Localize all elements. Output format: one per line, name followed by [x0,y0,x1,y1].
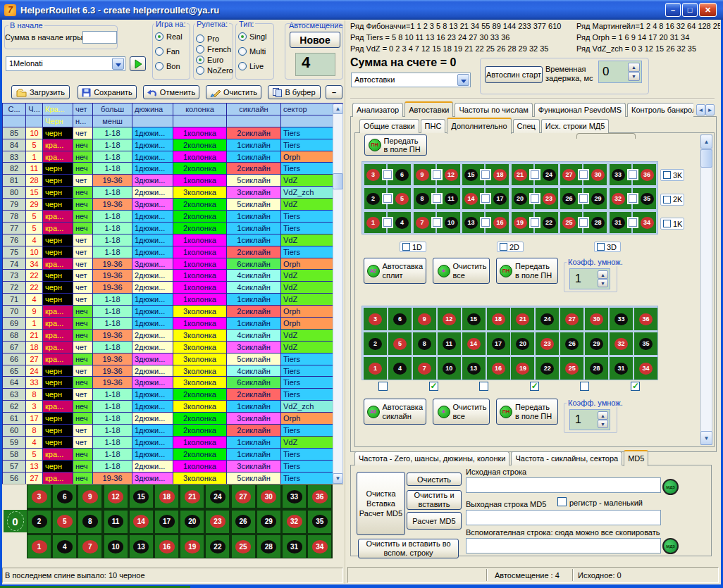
radio-icon[interactable] [196,66,204,75]
sixline-cell-31[interactable]: 31 [610,357,633,380]
felt-cell-30[interactable]: 30 [257,485,280,508]
felt-cell-28[interactable]: 28 [257,535,280,558]
scroll-down-button[interactable]: ▼ [700,431,712,445]
sixline-cell-6[interactable]: 6 [388,308,412,330]
k-checkbox-box-1K[interactable]: 1K [660,218,684,230]
felt-cell-9[interactable]: 9 [78,485,101,508]
felt-cell-0[interactable]: 0 [4,510,27,532]
split-checkbox-2-5[interactable] [382,193,393,204]
sixline-cell-26[interactable]: 26 [560,332,583,355]
felt-cell-31[interactable]: 31 [283,535,306,558]
delay-up-button[interactable]: ▲ [628,63,640,72]
radio-option-singl[interactable]: Singl [238,32,266,41]
tabs-scroll-left-button[interactable]: ◄ [696,104,705,115]
mult1-up-button[interactable]: ▲ [598,270,608,279]
tab-md5[interactable]: MD5 [624,450,648,466]
sixline-cell-8[interactable]: 8 [413,332,436,355]
split-checkbox-27-30[interactable] [578,169,589,180]
radio-icon[interactable] [238,47,247,56]
scroll-up-button[interactable]: ▲ [700,135,712,149]
felt-cell-14[interactable]: 14 [130,511,153,533]
spins-table[interactable]: С...Ч...Кра...четбольшдюжинаколонкасикла… [2,103,343,484]
tab-функционал-psevdoms[interactable]: Функционал PsevdoMS [534,103,626,117]
sixline-group-checkbox-1[interactable] [378,382,388,391]
felt-cell-34[interactable]: 34 [308,535,331,558]
chevron-down-icon[interactable] [457,74,469,86]
felt-cell-26[interactable]: 26 [232,511,255,533]
md5-calc-icon-button-1[interactable]: МД5 [662,479,679,495]
felt-cell-8[interactable]: 8 [78,511,101,533]
transfer-pn-sixline-button[interactable]: ПН Передать в поле ПН [496,399,558,425]
table-scroll-up[interactable]: ▲ [333,104,343,114]
sixline-cell-4[interactable]: 4 [388,357,412,380]
tab-частота-сиклайны-сектора[interactable]: Частота - сиклайны, сектора [511,451,622,465]
k-checkbox-3K[interactable] [663,171,671,179]
split-checkbox-15-18[interactable] [480,169,491,180]
felt-cell-11[interactable]: 11 [104,511,128,533]
preset-combo[interactable]: 1Melonati [6,56,125,71]
d-checkbox-box-3D[interactable]: 3D [594,242,621,252]
radio-option-euro[interactable]: Euro [196,55,223,64]
sixline-group-checkbox-2[interactable] [429,382,438,391]
transfer-pn-button-top[interactable]: ПН Передать в поле ПН [364,135,427,156]
d-checkbox-box-2D[interactable]: 2D [497,242,524,252]
tab-дополнительно[interactable]: Дополнительно [447,118,511,134]
undo-button[interactable]: Отменить [143,85,199,99]
table-scroll-down[interactable]: ▼ [333,473,343,484]
split-checkbox-8-11[interactable] [431,193,443,204]
split-checkbox-1-4[interactable] [382,217,393,228]
sixline-cell-9[interactable]: 9 [413,308,436,330]
sixline-cell-11[interactable]: 11 [438,332,461,355]
md5-source-input[interactable] [466,477,661,493]
radio-option-live[interactable]: Live [238,61,264,70]
mult2-up-button[interactable]: ▲ [598,411,608,420]
sixline-group-checkbox-6[interactable] [631,382,640,391]
felt-cell-32[interactable]: 32 [283,511,306,533]
sixline-cell-16[interactable]: 16 [487,357,510,380]
sixline-cell-12[interactable]: 12 [438,308,461,330]
md5-clear-paste-button[interactable]: Очистить и вставить [407,490,462,510]
split-checkbox-7-10[interactable] [431,217,443,228]
sixline-cell-24[interactable]: 24 [536,308,559,330]
felt-cell-33[interactable]: 33 [283,485,306,508]
felt-cell-36[interactable]: 36 [308,485,331,508]
felt-cell-23[interactable]: 23 [206,511,229,533]
d-checkbox-3D[interactable] [597,243,605,251]
d-checkbox-1D[interactable] [402,243,410,251]
new-button[interactable]: Новое [290,32,340,48]
sixline-cell-20[interactable]: 20 [511,332,534,355]
sixline-cell-35[interactable]: 35 [634,332,657,355]
felt-cell-22[interactable]: 22 [206,535,229,558]
sixline-cell-34[interactable]: 34 [634,357,657,380]
radio-option-pro[interactable]: Pro [196,34,219,43]
felt-cell-18[interactable]: 18 [155,485,178,508]
copy-to-buffer-button[interactable]: В буфер [268,85,321,99]
sixline-cell-1[interactable]: 1 [364,357,387,380]
split-checkbox-9-12[interactable] [431,169,443,180]
radio-option-multi[interactable]: Multi [238,46,266,56]
felt-cell-15[interactable]: 15 [130,485,153,508]
sixline-cell-18[interactable]: 18 [487,308,510,330]
clear-all-split-button[interactable]: ✶ Очистить все [433,258,490,284]
start-sum-input[interactable] [82,31,117,44]
sixline-group-checkbox-4[interactable] [530,382,539,391]
felt-cell-2[interactable]: 2 [27,511,51,533]
split-checkbox-26-29[interactable] [578,193,589,204]
d-checkbox-box-1D[interactable]: 1D [400,242,426,252]
sixline-cell-13[interactable]: 13 [462,357,486,380]
autobets-combo[interactable]: Автоставки [351,73,471,87]
felt-cell-6[interactable]: 6 [53,485,76,508]
felt-cell-25[interactable]: 25 [232,535,255,558]
sixline-cell-5[interactable]: 5 [388,332,412,355]
split-checkbox-20-23[interactable] [529,193,540,204]
tab-общие-ставки[interactable]: Общие ставки [359,119,419,133]
radio-icon[interactable] [196,35,204,43]
felt-cell-4[interactable]: 4 [53,535,76,558]
md5-big-button[interactable]: Очистка Вставка Расчет MD5 [357,472,405,535]
delay-down-button[interactable]: ▼ [628,72,640,81]
tab-пнс[interactable]: ПНС [421,119,446,133]
autospin-start-button[interactable]: Автоспин старт [485,66,543,83]
md5-out-input[interactable] [466,510,661,525]
tab-исх-строки-мд5[interactable]: Исх. строки МД5 [541,119,610,133]
felt-cell-10[interactable]: 10 [104,535,128,558]
